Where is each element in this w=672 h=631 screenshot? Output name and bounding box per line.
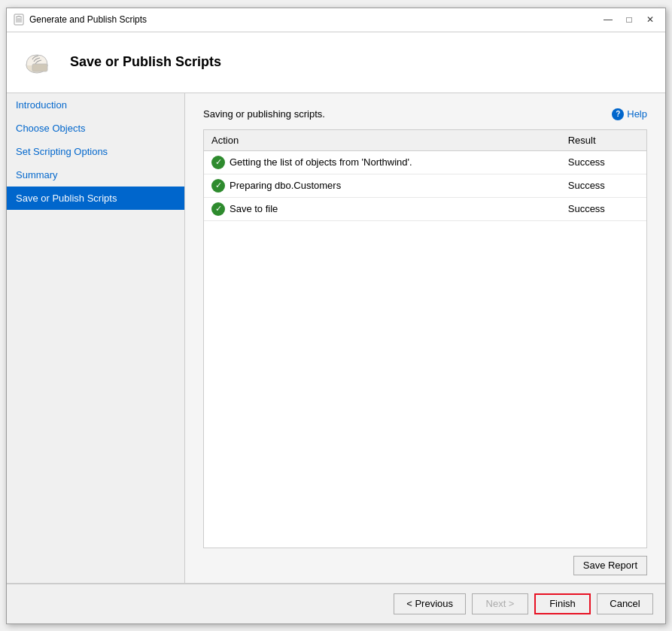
maximize-button[interactable]: □ <box>620 12 638 27</box>
action-text: Preparing dbo.Customers <box>230 180 341 191</box>
help-link[interactable]: ? Help <box>612 108 647 120</box>
svg-rect-5 <box>32 64 47 71</box>
result-cell: Success <box>561 197 646 220</box>
sidebar-item-save-or-publish[interactable]: Save or Publish Scripts <box>7 187 184 210</box>
column-header-action: Action <box>204 130 561 151</box>
page-header: Save or Publish Scripts <box>7 32 665 93</box>
action-text: Getting the list of objects from 'Northw… <box>230 156 412 168</box>
page-title: Save or Publish Scripts <box>70 54 221 70</box>
previous-button[interactable]: < Previous <box>394 593 466 614</box>
help-icon: ? <box>612 108 624 120</box>
minimize-button[interactable]: — <box>599 12 617 27</box>
sidebar: Introduction Choose Objects Set Scriptin… <box>7 93 185 583</box>
action-cell: ✓ Preparing dbo.Customers <box>204 174 561 197</box>
result-cell: Success <box>561 150 646 174</box>
main-panel: Saving or publishing scripts. ? Help Act… <box>185 93 665 583</box>
action-cell: ✓ Save to file <box>204 197 561 220</box>
finish-button[interactable]: Finish <box>534 593 591 614</box>
next-button[interactable]: Next > <box>472 593 528 614</box>
close-button[interactable]: ✕ <box>641 12 659 27</box>
success-icon: ✓ <box>211 202 225 216</box>
bottom-bar: < Previous Next > Finish Cancel <box>7 584 665 623</box>
window-title: Generate and Publish Scripts <box>29 14 599 25</box>
action-cell: ✓ Getting the list of objects from 'Nort… <box>204 150 561 174</box>
results-table: Action Result ✓ Getting the list of obje… <box>204 130 646 221</box>
save-report-button[interactable]: Save Report <box>573 556 647 575</box>
app-icon <box>13 14 25 26</box>
sidebar-item-summary[interactable]: Summary <box>7 163 184 187</box>
sidebar-item-choose-objects[interactable]: Choose Objects <box>7 117 184 140</box>
main-header: Saving or publishing scripts. ? Help <box>185 93 665 129</box>
table-header-row: Action Result <box>204 130 646 151</box>
column-header-result: Result <box>561 130 646 151</box>
help-label: Help <box>627 108 647 120</box>
content-area: Introduction Choose Objects Set Scriptin… <box>7 93 665 583</box>
main-window: Generate and Publish Scripts — □ ✕ Save … <box>6 8 666 624</box>
sidebar-item-set-scripting-options[interactable]: Set Scripting Options <box>7 140 184 163</box>
results-table-container: Action Result ✓ Getting the list of obje… <box>203 129 647 548</box>
table-row: ✓ Getting the list of objects from 'Nort… <box>204 150 646 174</box>
title-bar: Generate and Publish Scripts — □ ✕ <box>7 8 665 32</box>
table-row: ✓ Save to file Success <box>204 197 646 220</box>
section-description: Saving or publishing scripts. <box>203 108 325 120</box>
success-icon: ✓ <box>211 156 225 169</box>
result-cell: Success <box>561 174 646 197</box>
success-icon: ✓ <box>211 179 225 193</box>
save-report-area: Save Report <box>185 548 665 583</box>
table-row: ✓ Preparing dbo.Customers Success <box>204 174 646 197</box>
scripts-icon <box>22 44 58 80</box>
sidebar-item-introduction[interactable]: Introduction <box>7 93 184 117</box>
cancel-button[interactable]: Cancel <box>597 593 653 614</box>
window-controls: — □ ✕ <box>599 12 659 27</box>
action-text: Save to file <box>230 203 278 214</box>
